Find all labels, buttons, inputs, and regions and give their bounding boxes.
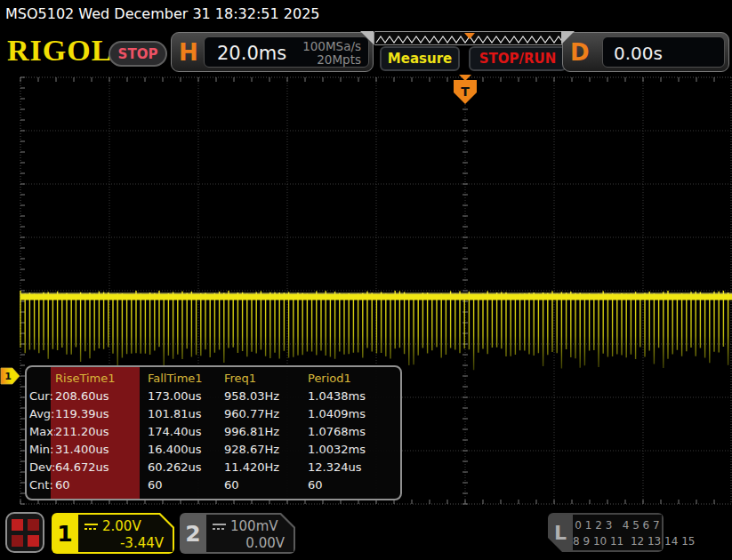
channel1-level-marker[interactable]: 1 — [1, 368, 20, 384]
measure-value: 1.0438ms — [308, 389, 400, 407]
measure-value: 928.67Hz — [224, 443, 308, 460]
channel2-number: 2 — [180, 513, 206, 554]
bottom-status-bar: 1 2.00V -3.44V 2 100mV 0.00V L — [0, 507, 732, 560]
measure-value: 958.03Hz — [224, 389, 308, 407]
preview-position-icon — [464, 33, 475, 39]
measure-value: 60 — [55, 478, 148, 496]
graticule-area: T 1 RiseTime1FallTime1Freq1Period1Cur:20… — [0, 75, 732, 507]
channel2-readout: 100mV 0.00V — [206, 515, 294, 552]
delay-box[interactable]: D 0.00s — [562, 32, 729, 72]
fold-corner-icon — [360, 31, 374, 44]
measure-value: 173.00us — [148, 389, 224, 407]
channel2-scale: 100mV — [230, 518, 278, 534]
channel1-status-box[interactable]: 1 2.00V -3.44V — [52, 513, 174, 554]
channel2-status-box[interactable]: 2 100mV 0.00V — [180, 513, 295, 554]
menu-square-icon — [12, 519, 23, 531]
logic-row-2: 8 9 10 11 12 13 14 15 — [573, 533, 662, 549]
fold-corner-icon — [561, 31, 575, 44]
measure-value: 60 — [308, 478, 400, 496]
svg-text:T: T — [461, 84, 470, 99]
delay-value: 0.00s — [614, 43, 663, 64]
channel1-scale: 2.00V — [102, 518, 141, 534]
measure-value: 1.0409ms — [308, 407, 400, 425]
measure-row-label: Min: — [29, 443, 55, 460]
measure-value: 1.0032ms — [308, 443, 400, 460]
measure-popup[interactable]: RiseTime1FallTime1Freq1Period1Cur:208.60… — [25, 365, 402, 500]
measure-value: 60 — [224, 478, 308, 496]
titlebar: MSO5102 Wed December 31 18:32:51 2025 — [0, 0, 732, 29]
memory-depth: 20Mpts — [302, 53, 361, 67]
logic-readout: 0 1 2 3 4 5 6 7 8 9 10 11 12 13 14 15 — [573, 515, 662, 550]
oscilloscope-screen: MSO5102 Wed December 31 18:32:51 2025 RI… — [0, 0, 732, 560]
measure-col-header: RiseTime1 — [55, 372, 148, 389]
measure-row-label: Cnt: — [29, 478, 55, 496]
measure-col-header: Period1 — [308, 372, 400, 389]
svg-text:1: 1 — [4, 371, 12, 382]
menu-square-icon — [28, 519, 39, 531]
channel1-number: 1 — [52, 513, 78, 554]
logic-row-1: 0 1 2 3 4 5 6 7 — [573, 515, 662, 533]
dc-coupling-icon — [213, 523, 226, 531]
measure-row-label: Cur: — [29, 389, 55, 407]
logic-channels-box[interactable]: L 0 1 2 3 4 5 6 7 8 9 10 11 12 13 14 15 — [548, 513, 664, 552]
measure-value: 174.40us — [148, 425, 224, 443]
horizontal-timebase-box[interactable]: H 20.0ms 100MSa/s 20Mpts — [171, 32, 374, 72]
measure-value: 11.420Hz — [224, 460, 308, 478]
sample-rate: 100MSa/s — [302, 40, 361, 53]
channel1-readout: 2.00V -3.44V — [78, 515, 173, 552]
delay-screen: 0.00s — [602, 36, 725, 68]
measure-button[interactable]: Measure — [380, 46, 460, 71]
timebase-value: 20.0ms — [217, 43, 286, 64]
menu-square-icon — [12, 535, 23, 547]
measure-table: RiseTime1FallTime1Freq1Period1Cur:208.60… — [27, 367, 400, 496]
measure-value: 16.400us — [148, 443, 224, 460]
channel2-offset: 0.00V — [206, 534, 294, 551]
rigol-logo: RIGOL — [7, 34, 112, 68]
run-state-badge[interactable]: STOP — [109, 41, 167, 67]
measure-value: 101.81us — [148, 407, 224, 425]
measure-row-label: Max: — [29, 425, 55, 443]
measure-value: 208.60us — [55, 389, 148, 407]
measure-value: 960.77Hz — [224, 407, 308, 425]
h-label: H — [179, 39, 198, 66]
measure-col-header: Freq1 — [224, 372, 308, 389]
header-toolbar: RIGOL STOP H 20.0ms 100MSa/s 20Mpts Meas… — [0, 29, 732, 75]
model-and-datetime: MSO5102 Wed December 31 18:32:51 2025 — [5, 5, 320, 22]
measure-value: 211.20us — [55, 425, 148, 443]
logic-label: L — [548, 513, 573, 552]
measure-value: 60.262us — [148, 460, 224, 478]
channel1-offset: -3.44V — [78, 534, 173, 551]
measure-value: 119.39us — [55, 407, 148, 425]
measure-value: 64.672us — [55, 460, 148, 478]
measure-value: 996.81Hz — [224, 425, 308, 443]
dc-coupling-icon — [84, 523, 98, 531]
menu-square-icon — [28, 535, 39, 547]
measure-corner-cell — [29, 372, 55, 389]
measure-value: 31.400us — [55, 443, 148, 460]
stop-run-button[interactable]: STOP/RUN — [469, 46, 567, 71]
measure-value: 60 — [148, 478, 224, 496]
sample-rate-block: 100MSa/s 20Mpts — [302, 40, 361, 67]
measure-value: 1.0768ms — [308, 425, 400, 443]
measure-col-header: FallTime1 — [148, 372, 224, 389]
trigger-position-icon[interactable]: T — [454, 75, 477, 104]
timebase-screen: 20.0ms 100MSa/s 20Mpts — [204, 36, 369, 68]
measure-row-label: Avg: — [29, 407, 55, 425]
measure-row-label: Dev: — [29, 460, 55, 478]
windows-menu-icon[interactable] — [5, 512, 44, 553]
measure-value: 12.324us — [308, 460, 400, 478]
waveform-preview-bar[interactable] — [374, 31, 566, 45]
